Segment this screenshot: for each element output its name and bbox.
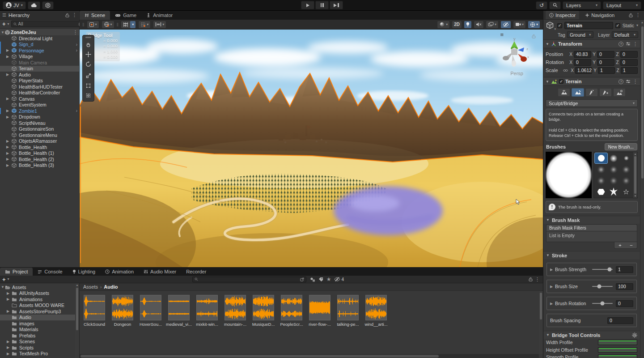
asset-item[interactable]: river-flow-... bbox=[309, 295, 330, 327]
rect-tool-button[interactable] bbox=[83, 81, 93, 90]
add-filter-button[interactable]: + bbox=[619, 243, 621, 248]
account-dropdown[interactable]: JV ▾ bbox=[3, 1, 26, 9]
foldout-icon[interactable]: ▶ bbox=[550, 285, 554, 289]
brush-tile-star-outline[interactable]: ☆ bbox=[620, 187, 632, 197]
waveform-thumbnail[interactable] bbox=[309, 295, 330, 320]
position-x-field[interactable]: 40.83 bbox=[574, 51, 591, 58]
play-button[interactable] bbox=[301, 1, 314, 9]
tab-console[interactable]: Console bbox=[33, 268, 67, 276]
undo-history-button[interactable]: ↺ bbox=[536, 1, 547, 9]
search-button[interactable] bbox=[549, 1, 561, 9]
brush-tile-noise-1[interactable] bbox=[595, 164, 607, 175]
tab-audio-mixer[interactable]: Audio Mixer bbox=[139, 268, 181, 276]
terrain-mode-dropdown[interactable]: Sculpt/Bridge▾ bbox=[546, 99, 638, 107]
new-brush-button[interactable]: New Brush... bbox=[605, 143, 637, 150]
asset-item[interactable]: HoverSou... bbox=[140, 295, 161, 327]
brush-tile-noise-6[interactable] bbox=[620, 175, 632, 186]
tab-navigation[interactable]: Navigation bbox=[581, 13, 618, 18]
asset-item[interactable]: MusiqueD... bbox=[253, 295, 274, 327]
hierarchy-item[interactable]: Terrain bbox=[0, 66, 79, 72]
project-folder-scripts[interactable]: ▶Scripts bbox=[0, 345, 79, 351]
hierarchy-item[interactable]: ▶Village bbox=[0, 54, 79, 60]
transform-tool-button[interactable] bbox=[83, 90, 93, 100]
rotate-tool-button[interactable] bbox=[83, 59, 93, 69]
tool-settings-button[interactable]: ▾ bbox=[87, 21, 99, 28]
open-search-window-icon[interactable] bbox=[300, 277, 304, 281]
hierarchy-item[interactable]: ▶Bottle_Health (2) bbox=[0, 156, 79, 162]
scale-tool-button[interactable] bbox=[83, 71, 93, 81]
tab-animation[interactable]: Animation bbox=[100, 268, 139, 276]
link-icon[interactable] bbox=[563, 68, 568, 72]
project-folder-prefabs[interactable]: Prefabs bbox=[0, 332, 79, 339]
project-folder-textmesh-pro[interactable]: ▶TextMesh Pro bbox=[0, 351, 79, 357]
toggle-2d-button[interactable]: 2D bbox=[452, 21, 462, 28]
project-folder-scenes[interactable]: ▶Scenes bbox=[0, 339, 79, 345]
static-checkbox[interactable]: ✓ bbox=[615, 23, 620, 28]
kebab-menu-icon[interactable]: ⋮ bbox=[633, 41, 638, 47]
grid-snapping-button[interactable] bbox=[121, 21, 130, 28]
step-button[interactable] bbox=[330, 1, 343, 9]
foldout-icon[interactable]: ▶ bbox=[6, 72, 9, 77]
scene-root-row[interactable]: ▼ZoneDeJeu⋮ bbox=[0, 29, 79, 35]
lock-icon[interactable] bbox=[629, 13, 633, 17]
stroke-section[interactable]: ▼Stroke bbox=[543, 251, 640, 259]
waveform-thumbnail[interactable] bbox=[112, 295, 133, 320]
slider-value-field[interactable]: 1 bbox=[616, 266, 633, 273]
lock-icon[interactable] bbox=[65, 13, 69, 17]
scale-x-field[interactable]: 1.0612 bbox=[575, 67, 592, 74]
effects-button[interactable]: ▾ bbox=[486, 21, 498, 28]
hierarchy-item[interactable]: ▶Zombie1› bbox=[0, 108, 79, 114]
static-dropdown-icon[interactable]: ▾ bbox=[636, 24, 638, 27]
terrain-component-header[interactable]: ▼ ✓ Terrain ? ⋮ bbox=[543, 77, 640, 86]
foldout-icon[interactable]: ▶ bbox=[7, 345, 9, 349]
pause-button[interactable] bbox=[315, 1, 329, 9]
presets-icon[interactable] bbox=[626, 79, 631, 84]
foldout-icon[interactable]: ▶ bbox=[6, 48, 9, 52]
active-checkbox[interactable]: ✓ bbox=[557, 23, 562, 28]
project-folder-allunityassets[interactable]: ▶AllUnityAssets bbox=[0, 290, 79, 297]
tab-lighting[interactable]: Lighting bbox=[68, 268, 101, 276]
hierarchy-item[interactable]: ▶Audio bbox=[0, 72, 79, 78]
profile-curve-field[interactable] bbox=[598, 347, 637, 353]
hierarchy-item[interactable]: PlayerStats bbox=[0, 78, 79, 84]
hierarchy-item[interactable]: HealthBarController bbox=[0, 90, 79, 96]
paint-terrain-tool-button[interactable] bbox=[572, 88, 584, 97]
foldout-icon[interactable]: ▶ bbox=[6, 145, 9, 149]
waveform-thumbnail[interactable] bbox=[196, 295, 218, 320]
chevron-down-icon[interactable]: ▾ bbox=[8, 277, 9, 281]
scene-visibility-button[interactable] bbox=[501, 21, 511, 28]
slider-knob[interactable] bbox=[608, 268, 612, 272]
hierarchy-item[interactable]: Sign_d› bbox=[0, 42, 79, 48]
kebab-menu-icon[interactable]: ⋮ bbox=[633, 79, 638, 85]
hierarchy-item[interactable]: ▶Bottle_Health (3) bbox=[0, 162, 79, 169]
asset-item[interactable]: wind__arti... bbox=[365, 295, 387, 327]
scale-y-field[interactable]: 1 bbox=[598, 67, 615, 74]
asset-item[interactable]: PeopleScr... bbox=[281, 295, 302, 327]
scale-z-field[interactable]: 1 bbox=[621, 67, 638, 74]
prefab-open-arrow[interactable]: › bbox=[76, 48, 77, 53]
foldout-icon[interactable]: ▶ bbox=[7, 291, 9, 295]
gameobject-name-field[interactable] bbox=[564, 22, 613, 29]
gizmo-lock-icon[interactable] bbox=[532, 34, 536, 38]
brush-tile-starburst[interactable] bbox=[607, 187, 620, 197]
hierarchy-item[interactable]: ScriptNiveau bbox=[0, 120, 79, 126]
tab-project[interactable]: Project bbox=[0, 268, 33, 276]
foldout-icon[interactable]: ▼ bbox=[1, 30, 4, 34]
brush-tile-noise-3[interactable] bbox=[620, 164, 632, 175]
version-control-button[interactable] bbox=[42, 1, 54, 9]
asset-item[interactable]: medieval_vi... bbox=[168, 295, 190, 327]
foldout-icon[interactable]: ▶ bbox=[6, 163, 9, 167]
brush-scrollbar[interactable]: ▲▼ bbox=[633, 152, 637, 198]
waveform-thumbnail[interactable] bbox=[84, 295, 105, 320]
project-folder-images[interactable]: images bbox=[0, 320, 79, 327]
hierarchy-item[interactable]: GestionnaireMenu bbox=[0, 132, 79, 138]
foldout-icon[interactable]: ▼ bbox=[546, 80, 549, 84]
shading-mode-button[interactable]: ▾ bbox=[437, 21, 449, 28]
waveform-thumbnail[interactable] bbox=[225, 295, 246, 320]
breadcrumb-root[interactable]: Assets bbox=[83, 284, 98, 290]
brush-tile-circle-soft[interactable] bbox=[607, 153, 620, 163]
kebab-menu-icon[interactable]: ⋮ bbox=[72, 12, 77, 18]
foldout-icon[interactable]: ▶ bbox=[6, 97, 9, 101]
tag-dropdown[interactable]: Ground▾ bbox=[567, 31, 593, 38]
kebab-menu-icon[interactable]: ⋮ bbox=[636, 12, 640, 18]
